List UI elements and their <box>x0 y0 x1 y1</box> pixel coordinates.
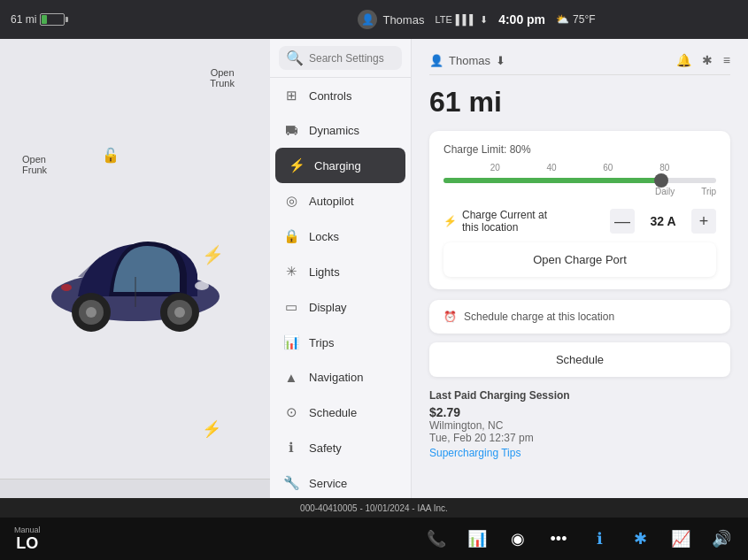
controls-icon: ⊞ <box>282 88 300 104</box>
nav-schedule[interactable]: ⊙ Schedule <box>270 395 411 430</box>
lights-label: Lights <box>309 265 340 279</box>
search-input-wrap[interactable]: 🔍 <box>279 46 402 70</box>
signal-bars-icon: ▌▌▌ <box>456 14 476 25</box>
svg-point-6 <box>174 307 185 318</box>
chart-icon[interactable]: 📈 <box>668 526 693 551</box>
content-area: OpenTrunk OpenFrunk 🔓 <box>0 39 748 536</box>
bluetooth-bottom-icon[interactable]: ✱ <box>628 526 652 551</box>
user-info: 👤 Thomas <box>358 10 424 29</box>
display-icon: ▭ <box>282 299 300 315</box>
nav-trips[interactable]: 📊 Trips <box>270 325 411 360</box>
svg-point-8 <box>195 281 209 290</box>
nav-locks[interactable]: 🔒 Locks <box>270 219 411 254</box>
info-icon[interactable]: ℹ <box>587 526 612 551</box>
right-download-icon: ⬇ <box>496 54 505 67</box>
charging-label: Charging <box>314 159 361 173</box>
dynamics-label: Dynamics <box>309 124 359 137</box>
charge-current-controls: — 32 A + <box>610 209 716 234</box>
more-icon[interactable]: ≡ <box>723 53 730 67</box>
plug-icon: ⚡ <box>443 215 457 227</box>
notification-icon[interactable]: 🔔 <box>676 53 691 67</box>
top-status-bar: 61 mi 👤 Thomas LTE ▌▌▌ ⬇ 4:00 pm ⛅ 75°F <box>0 0 748 39</box>
svg-point-9 <box>61 284 72 291</box>
battery-fill <box>42 15 46 24</box>
last-session-title: Last Paid Charging Session <box>429 389 730 402</box>
autopilot-label: Autopilot <box>309 195 354 208</box>
phone-icon[interactable]: 📞 <box>424 526 449 551</box>
battery-miles: 61 mi <box>11 13 36 26</box>
manual-label: Manual <box>14 525 41 534</box>
lightning-icon: ⚡ <box>202 419 221 439</box>
nav-dynamics[interactable]: ⛟ Dynamics <box>270 113 411 148</box>
top-bar-center: 👤 Thomas LTE ▌▌▌ ⬇ 4:00 pm ⛅ 75°F <box>216 10 737 29</box>
service-label: Service <box>309 477 347 490</box>
cloud-icon: ⛅ <box>556 13 569 26</box>
bottom-bar-icons: 📞 📊 ◉ ••• ℹ ✱ 📈 🔊 <box>424 526 734 551</box>
supercharging-tips-link[interactable]: Supercharging Tips <box>429 447 521 459</box>
scale-20: 20 <box>490 163 500 173</box>
slider-thumb[interactable] <box>654 173 668 188</box>
settings-sidebar: 🔍 ⊞ Controls ⛟ Dynamics ⚡ Charging ◎ Aut… <box>270 39 412 536</box>
nav-charging[interactable]: ⚡ Charging <box>275 148 405 183</box>
volume-icon[interactable]: 🔊 <box>709 526 734 551</box>
trips-icon: 📊 <box>282 334 300 350</box>
waveform-icon[interactable]: 📊 <box>465 526 490 551</box>
search-bar: 🔍 <box>270 39 411 78</box>
dots-icon[interactable]: ••• <box>546 526 571 551</box>
slider-bottom-labels: Daily Trip <box>443 187 716 196</box>
scale-40: 40 <box>547 163 557 173</box>
navigation-label: Navigation <box>309 371 363 384</box>
nav-navigation[interactable]: ▲ Navigation <box>270 360 411 395</box>
nav-controls[interactable]: ⊞ Controls <box>270 78 411 113</box>
temperature: 75°F <box>573 13 595 26</box>
nav-display[interactable]: ▭ Display <box>270 289 411 325</box>
svg-text:⚡: ⚡ <box>202 244 224 265</box>
trips-label: Trips <box>309 336 334 349</box>
manual-lo-label: Manual LO <box>14 525 41 553</box>
right-user-icon: 👤 <box>429 54 443 67</box>
top-bar-left: 61 mi <box>11 13 205 26</box>
nav-lights[interactable]: ✳ Lights <box>270 254 411 289</box>
last-session: Last Paid Charging Session $2.79 Wilming… <box>429 389 730 460</box>
bottom-bar: Manual LO 📞 📊 ◉ ••• ℹ ✱ 📈 🔊 <box>0 518 748 560</box>
weather-info: ⛅ 75°F <box>556 13 595 26</box>
navigation-icon: ▲ <box>282 370 300 385</box>
right-user-info: 👤 Thomas ⬇ <box>429 54 505 67</box>
bluetooth-icon[interactable]: ✱ <box>702 53 713 67</box>
locks-label: Locks <box>309 230 339 243</box>
nav-safety[interactable]: ℹ Safety <box>270 430 411 465</box>
charging-panel: 👤 Thomas ⬇ 🔔 ✱ ≡ 61 mi Charge Limit: 80%… <box>412 39 748 536</box>
charge-current-text: Charge Current atthis location <box>462 209 547 234</box>
dynamics-icon: ⛟ <box>282 123 300 138</box>
charge-current-label: ⚡ Charge Current atthis location <box>443 209 547 234</box>
username-top: Thomas <box>382 13 424 27</box>
charge-miles-display: 61 mi <box>429 86 730 119</box>
charge-current-row: ⚡ Charge Current atthis location — 32 A … <box>443 209 716 234</box>
avatar: 👤 <box>358 10 377 29</box>
controls-label: Controls <box>309 89 351 103</box>
circle-icon[interactable]: ◉ <box>505 526 530 551</box>
locks-icon: 🔒 <box>282 228 300 244</box>
clock-icon: ⏰ <box>443 311 457 323</box>
open-charge-port-button[interactable]: Open Charge Port <box>443 242 716 277</box>
search-input[interactable] <box>309 52 395 65</box>
car-panel: OpenTrunk OpenFrunk 🔓 <box>0 39 270 536</box>
svg-point-3 <box>86 307 96 318</box>
schedule-label: Schedule <box>309 406 357 419</box>
right-username: Thomas <box>449 54 490 67</box>
download-icon: ⬇ <box>480 14 488 26</box>
schedule-charge-section: ⏰ Schedule charge at this location <box>429 300 730 334</box>
time-display: 4:00 pm <box>498 12 545 27</box>
nav-service[interactable]: 🔧 Service <box>270 465 411 501</box>
right-top-icons: 🔔 ✱ ≡ <box>676 53 730 67</box>
schedule-button[interactable]: Schedule <box>429 342 730 377</box>
charging-icon: ⚡ <box>288 157 305 173</box>
signal-info: LTE ▌▌▌ ⬇ <box>435 14 488 26</box>
decrease-current-button[interactable]: — <box>610 209 635 234</box>
charge-slider[interactable] <box>443 178 716 183</box>
lights-icon: ✳ <box>282 264 300 280</box>
right-top-bar: 👤 Thomas ⬇ 🔔 ✱ ≡ <box>429 53 730 75</box>
nav-autopilot[interactable]: ◎ Autopilot <box>270 183 411 219</box>
increase-current-button[interactable]: + <box>691 209 716 234</box>
footer-text: 000-40410005 - 10/01/2024 - IAA Inc. <box>300 503 448 513</box>
